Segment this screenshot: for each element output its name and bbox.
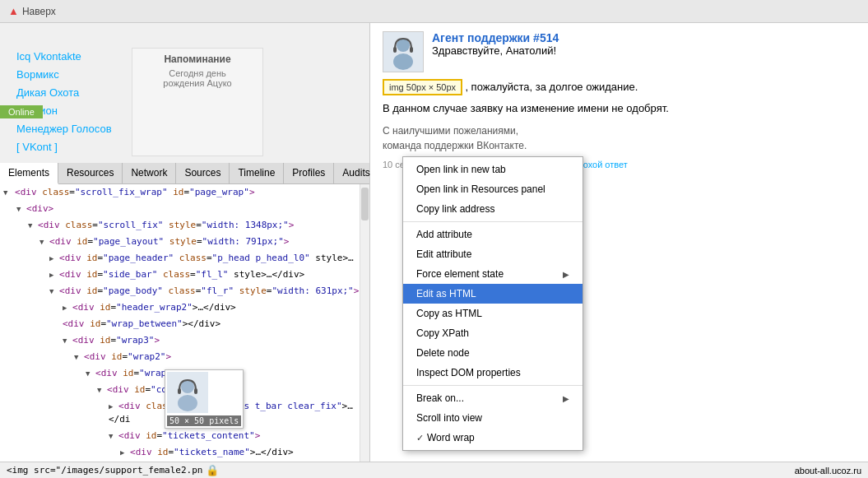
attr: id — [77, 236, 87, 247]
tab-timeline[interactable]: Timeline — [230, 163, 284, 183]
nav-link-manager[interactable]: Менеджер Голосов — [16, 120, 115, 138]
avatar — [383, 31, 424, 72]
tag: <div — [49, 236, 72, 247]
element-line[interactable]: ▼ <div class="scroll_fix_wrap" id="page_… — [0, 184, 369, 201]
submenu-arrow-break-icon: ▶ — [563, 394, 569, 403]
tab-network[interactable]: Network — [123, 163, 176, 183]
element-line[interactable]: ▶ <div id="page_header" class="p_head p_… — [0, 250, 369, 267]
menu-item-force-state[interactable]: Force element state ▶ — [403, 264, 583, 284]
triangle-icon: ▼ — [86, 369, 90, 378]
scrollbar[interactable] — [360, 184, 369, 478]
tag: <div — [118, 430, 141, 441]
menu-item-copy-html[interactable]: Copy as HTML — [403, 304, 583, 323]
img-tooltip: 50 × 50 pixels — [165, 369, 244, 429]
agent-name: Агент поддержки #514 — [432, 31, 559, 44]
attr-val: "scroll_fix_wrap" — [75, 187, 168, 197]
menu-item-copy-link[interactable]: Copy link address — [403, 199, 583, 219]
menu-item-delete-node[interactable]: Delete node — [403, 343, 583, 363]
page-wrapper: ▲ Наверх Online Icq Vkontakte Вормикс Ди… — [0, 0, 868, 478]
sig-line2: команда поддержки ВКонтакте. — [383, 138, 856, 153]
svg-rect-3 — [178, 388, 181, 394]
attr-val: "tickets_name" — [174, 447, 250, 457]
triangle-icon: ▶ — [109, 402, 113, 411]
avatar-image — [383, 32, 423, 72]
submenu-arrow-icon: ▶ — [563, 270, 569, 279]
element-line[interactable]: ▶ <div id="tickets_name">…</div> — [0, 444, 369, 461]
menu-item-word-wrap[interactable]: ✓ Word wrap — [403, 428, 583, 448]
svg-point-7 — [393, 53, 413, 70]
element-line[interactable]: ▼ <div id="tickets_content"> — [0, 428, 369, 444]
site-domain: about-all.ucoz.ru — [795, 466, 861, 476]
nav-links: Icq Vkontakte Вормикс Дикая Охота Аукцио… — [0, 23, 132, 163]
tag: <div — [84, 351, 106, 362]
tag-close: > — [165, 351, 171, 362]
attr: id — [100, 302, 110, 313]
element-line[interactable]: ▼ <div id="page_layout" style="width: 79… — [0, 234, 369, 250]
element-line[interactable]: ▶ <div id="side_bar" class="fl_l" style>… — [0, 267, 369, 283]
menu-label-force: Force element state — [416, 268, 504, 280]
tag: <div — [130, 447, 152, 457]
nav-link-wild[interactable]: Дикая Охота — [16, 84, 115, 102]
triangle-icon: ▼ — [97, 386, 101, 394]
tab-elements[interactable]: Elements — [0, 163, 58, 184]
devtools-tabs: Elements Resources Network Sources Timel… — [0, 163, 369, 184]
attr: id — [86, 269, 97, 280]
tab-profiles[interactable]: Profiles — [284, 163, 334, 183]
triangle-icon: ▼ — [49, 287, 53, 295]
attr: class — [169, 285, 196, 296]
attr-val: "wrap2" — [128, 351, 165, 362]
scrollbar-thumb[interactable] — [361, 188, 369, 220]
attr-val: "wrap_between" — [106, 318, 183, 329]
tab-sources[interactable]: Sources — [176, 163, 230, 183]
back-arrow-icon: ▲ — [8, 5, 19, 17]
attr-val: "width: 791px;" — [202, 236, 284, 247]
img-placeholder-line: img 50px × 50px , пожалуйста, за долгое … — [383, 79, 856, 95]
tag: <div — [118, 401, 141, 411]
menu-item-edit-attr[interactable]: Edit attribute — [403, 244, 583, 264]
status-bar: <img src="/images/support_female2.pn 🔒 — [0, 462, 370, 478]
nav-link-vkont[interactable]: [ VKont ] — [16, 138, 115, 156]
nav-link-icq[interactable]: Icq Vkontakte — [16, 48, 115, 66]
triangle-icon: ▼ — [16, 205, 21, 213]
tooltip-label: 50 × 50 pixels — [167, 415, 241, 426]
nav-link-wormix[interactable]: Вормикс — [16, 66, 115, 84]
reminder-text: Сегодня день — [141, 68, 254, 78]
tag: <div — [72, 335, 95, 346]
element-line[interactable]: ▶ <div id="header_wrap2">…</div> — [0, 299, 369, 316]
attr-val: "side_bar" — [103, 269, 157, 280]
element-line[interactable]: ▼ <div id="wrap3"> — [0, 332, 369, 349]
tag: <div> — [26, 203, 53, 214]
attr: id — [123, 368, 133, 378]
triangle-icon: ▼ — [109, 432, 113, 440]
triangle-icon: ▶ — [49, 254, 53, 262]
element-line[interactable]: <div id="wrap_between"></div> — [0, 316, 369, 332]
element-line[interactable]: ▼ <div> — [0, 201, 369, 217]
triangle-icon: ▼ — [63, 336, 67, 345]
menu-item-open-new-tab[interactable]: Open link in new tab — [403, 160, 583, 179]
attr: id — [86, 285, 97, 296]
menu-item-edit-html[interactable]: Edit as HTML — [403, 284, 583, 304]
menu-item-scroll[interactable]: Scroll into view — [403, 408, 583, 428]
msg-after-img: , пожалуйста, за долгое ожидание. — [465, 81, 638, 93]
triangle-icon: ▼ — [28, 221, 32, 230]
menu-item-break-on[interactable]: Break on... ▶ — [403, 388, 583, 408]
tab-resources[interactable]: Resources — [58, 163, 123, 183]
tag: <div — [59, 269, 81, 280]
attr: id — [86, 253, 97, 263]
menu-item-add-attr[interactable]: Add attribute — [403, 225, 583, 244]
greeting: Здравствуйте, Анатолий! — [432, 44, 559, 57]
menu-item-inspect-dom[interactable]: Inspect DOM properties — [403, 363, 583, 383]
checkmark-icon: ✓ — [416, 433, 424, 443]
triangle-icon: ▼ — [39, 238, 44, 246]
back-button[interactable]: Наверх — [22, 6, 56, 17]
reminder-subtext: рождения Ацуко — [141, 78, 254, 88]
element-line[interactable]: ▼ <div id="wrap2"> — [0, 349, 369, 365]
element-line[interactable]: ▼ <div id="page_body" class="fl_r" style… — [0, 283, 369, 299]
tag: <div — [63, 318, 85, 329]
svg-rect-8 — [393, 47, 397, 53]
menu-item-open-resources[interactable]: Open link in Resources panel — [403, 179, 583, 199]
attr-val: "page_body" — [103, 285, 163, 296]
tag-close: > — [255, 430, 261, 441]
element-line[interactable]: ▼ <div class="scroll_fix" style="width: … — [0, 217, 369, 234]
menu-item-copy-xpath[interactable]: Copy XPath — [403, 323, 583, 343]
